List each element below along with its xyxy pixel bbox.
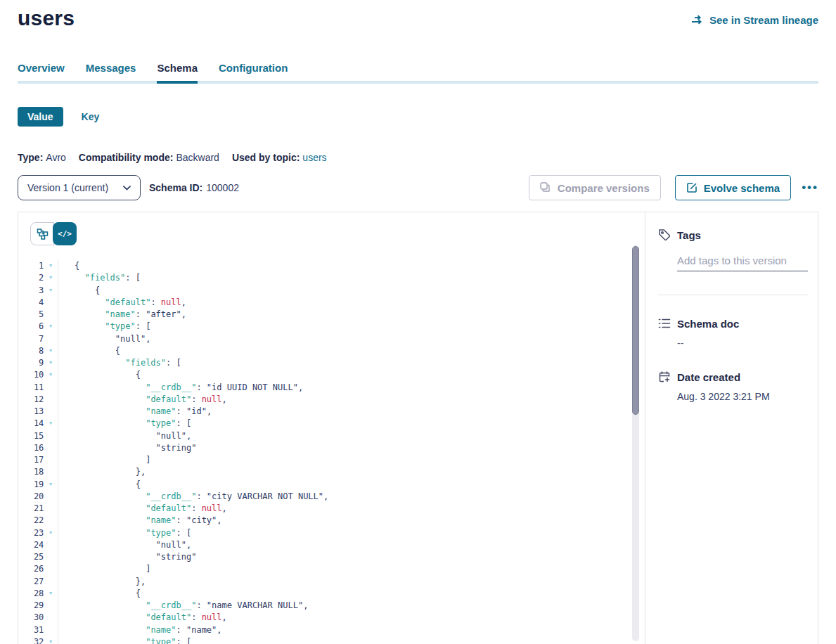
line-gutter: 19▼ [18,479,58,491]
fold-spacer [44,430,58,442]
schema-doc-value: -- [677,337,808,349]
version-select[interactable]: Version 1 (current) [18,175,141,200]
fold-spacer [44,309,58,321]
tab-configuration[interactable]: Configuration [219,62,288,81]
code-view-button[interactable]: </> [53,222,77,245]
fold-spacer [44,551,58,563]
page-header: users See in Stream lineage [18,6,818,31]
date-created-section: Date created Aug. 3 2022 3:21 PM [657,370,808,402]
code-view-icon: </> [58,229,72,238]
code-line: 29 "__crdb__": "name VARCHAR NULL", [18,600,645,612]
code-text: "name": "id", [58,406,212,418]
code-text: "type": [ [58,321,150,333]
list-icon [657,316,671,330]
evolve-schema-button[interactable]: Evolve schema [675,175,791,200]
schema-doc-heading: Schema doc [677,318,739,330]
line-number: 16 [18,442,44,454]
line-number: 18 [18,466,44,478]
code-text: "null", [58,539,191,551]
code-text: "null", [58,333,150,345]
schema-meta-row: Type:Avro Compatibility mode:Backward Us… [18,152,818,163]
line-number: 21 [18,503,44,515]
code-text: "fields": [ [58,357,181,369]
fold-spacer [44,406,58,418]
schema-id-label: Schema ID: [149,182,202,193]
fold-toggle-icon[interactable]: ▼ [44,285,58,297]
line-gutter: 5 [18,309,58,321]
compatibility-mode: Compatibility mode:Backward [79,152,219,163]
code-line: 10▼ { [18,369,645,381]
topic-link[interactable]: users [302,152,326,163]
compare-versions-button[interactable]: Compare versions [529,175,661,200]
code-line: 30 "default": null, [18,612,645,624]
code-text: "name": "after", [58,309,186,321]
line-number: 13 [18,406,44,418]
fold-spacer [44,466,58,478]
line-number: 8 [18,345,44,357]
line-number: 10 [18,369,44,381]
code-line: 32▼ "type": [ [18,636,645,644]
fold-toggle-icon[interactable]: ▼ [44,369,58,381]
compare-versions-label: Compare versions [558,182,650,194]
value-toggle-button[interactable]: Value [18,107,63,127]
fold-spacer [44,539,58,551]
fold-toggle-icon[interactable]: ▼ [44,636,58,644]
code-line: 17 ] [18,454,645,466]
line-gutter: 24 [18,539,58,551]
code-scrollbar-thumb[interactable] [632,246,639,415]
schema-code-panel: </> 1▼{2▼ "fields": [3▼ {4 "default": nu… [18,212,645,644]
fold-toggle-icon[interactable]: ▼ [44,260,58,272]
line-gutter: 12 [18,394,58,406]
line-number: 1 [18,260,44,272]
code-text: "type": [ [58,527,191,539]
tags-heading-row: Tags [657,228,808,242]
more-options-button[interactable]: ••• [802,175,818,200]
fold-toggle-icon[interactable]: ▼ [44,418,58,430]
fold-toggle-icon[interactable]: ▼ [44,321,58,333]
compatibility-mode-label: Compatibility mode: [79,152,174,163]
schema-page: users See in Stream lineage Overview Mes… [0,6,836,644]
code-text: "type": [ [58,418,191,430]
code-line: 14▼ "type": [ [18,418,645,430]
code-text: }, [58,576,146,588]
code-line: 24 "null", [18,539,645,551]
code-text: ] [58,563,150,575]
fold-toggle-icon[interactable]: ▼ [44,527,58,539]
code-scrollbar-track[interactable] [632,245,639,641]
line-number: 5 [18,309,44,321]
tree-view-button[interactable] [30,222,54,245]
code-line: 31 "name": "name", [18,624,645,636]
line-gutter: 27 [18,576,58,588]
code-text: "name": "name", [58,624,222,636]
code-line: 27 }, [18,576,645,588]
line-gutter: 14▼ [18,418,58,430]
fold-toggle-icon[interactable]: ▼ [44,357,58,369]
code-text: "default": null, [58,503,227,515]
fold-toggle-icon[interactable]: ▼ [44,479,58,491]
code-line: 16 "string" [18,442,645,454]
schema-sidebar: Tags Schema doc -- [645,212,818,644]
line-gutter: 25 [18,551,58,563]
schema-type: Type:Avro [18,152,66,163]
code-line: 15 "null", [18,430,645,442]
line-gutter: 16 [18,442,58,454]
line-gutter: 30 [18,612,58,624]
tab-overview[interactable]: Overview [18,62,65,81]
tab-schema[interactable]: Schema [157,62,198,84]
code-line: 18 }, [18,466,645,478]
stream-lineage-link[interactable]: See in Stream lineage [690,13,818,27]
add-tags-input[interactable] [677,255,808,271]
key-toggle-button[interactable]: Key [82,111,100,122]
fold-toggle-icon[interactable]: ▼ [44,588,58,600]
line-gutter: 21 [18,503,58,515]
fold-toggle-icon[interactable]: ▼ [44,272,58,284]
line-number: 14 [18,418,44,430]
schema-type-label: Type: [18,152,43,163]
line-gutter: 23▼ [18,527,58,539]
code-text: { [58,588,141,600]
fold-spacer [44,503,58,515]
line-gutter: 20 [18,491,58,503]
line-number: 29 [18,600,44,612]
tab-messages[interactable]: Messages [86,62,136,81]
fold-toggle-icon[interactable]: ▼ [44,345,58,357]
